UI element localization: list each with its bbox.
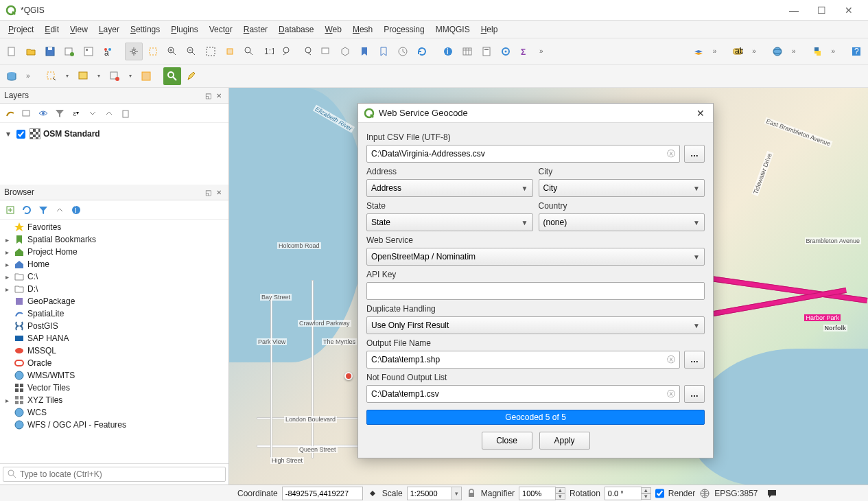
python-console-button[interactable] xyxy=(808,43,825,60)
address-select[interactable]: Address▼ xyxy=(366,179,533,197)
browser-item[interactable]: ▸D:\ xyxy=(3,283,226,295)
toolbar2-overflow-1[interactable]: » xyxy=(22,72,34,80)
expand-icon[interactable]: ▸ xyxy=(3,286,11,293)
menu-raster[interactable]: Raster xyxy=(239,23,272,36)
scale-select[interactable]: ▾ xyxy=(407,487,462,500)
zoom-last-button[interactable] xyxy=(279,43,296,60)
layer-add-group-icon[interactable] xyxy=(19,106,34,121)
browser-properties-icon[interactable]: i xyxy=(69,202,84,218)
render-checkbox[interactable] xyxy=(655,487,664,500)
menu-vector[interactable]: Vector xyxy=(205,23,237,36)
browser-item[interactable]: SAP HANA xyxy=(3,332,226,345)
menu-database[interactable]: Database xyxy=(274,23,318,36)
open-project-button[interactable] xyxy=(22,43,40,60)
webservice-select[interactable]: OpenStreetMap / Nominatim▼ xyxy=(366,248,705,266)
minimize-button[interactable]: — xyxy=(780,5,808,16)
rotation-input[interactable]: ▴▾ xyxy=(605,487,651,500)
crs-icon[interactable] xyxy=(699,488,710,499)
layer-checkbox[interactable] xyxy=(16,130,25,139)
notfound-browse-button[interactable]: … xyxy=(684,385,705,403)
zoom-native-button[interactable]: 1:1 xyxy=(259,43,277,60)
input-csv-field[interactable]: ⓧ xyxy=(366,145,680,163)
new-project-button[interactable] xyxy=(3,43,21,60)
layers-close-button[interactable]: ✕ xyxy=(213,92,224,100)
browser-item[interactable]: ▸C:\ xyxy=(3,270,226,283)
state-select[interactable]: State▼ xyxy=(366,213,533,231)
browser-item[interactable]: Favorites xyxy=(3,221,226,233)
browser-item[interactable]: WMS/WMTS xyxy=(3,369,226,382)
menu-settings[interactable]: Settings xyxy=(126,23,164,36)
pan-button[interactable] xyxy=(125,43,143,60)
expand-icon[interactable]: ▸ xyxy=(3,261,11,268)
dialog-close-button[interactable]: ✕ xyxy=(694,108,707,119)
browser-tree[interactable]: Favorites▸Spatial Bookmarks▸Project Home… xyxy=(0,220,228,463)
expand-icon[interactable]: ▸ xyxy=(3,273,11,281)
messages-icon[interactable] xyxy=(766,488,777,499)
temporal-button[interactable] xyxy=(394,43,412,60)
select-features-button[interactable] xyxy=(43,67,60,85)
zoom-in-button[interactable] xyxy=(163,43,181,60)
menu-processing[interactable]: Processing xyxy=(379,23,428,36)
close-button[interactable]: Close xyxy=(482,432,532,450)
browser-item[interactable]: ▸XYZ Tiles xyxy=(3,394,226,406)
browser-item[interactable]: PostGIS xyxy=(3,320,226,332)
menu-edit[interactable]: Edit xyxy=(40,23,63,36)
close-button[interactable]: ✕ xyxy=(835,5,863,16)
menu-layer[interactable]: Layer xyxy=(95,23,124,36)
clear-icon[interactable]: ⓧ xyxy=(667,148,675,160)
toolbox-button[interactable] xyxy=(497,43,515,60)
browser-item[interactable]: GeoPackage xyxy=(3,295,226,307)
expand-icon[interactable]: ▸ xyxy=(3,397,11,404)
lock-extent-icon[interactable] xyxy=(367,488,378,499)
maximize-button[interactable]: ☐ xyxy=(808,5,835,16)
browser-item[interactable]: MSSQL xyxy=(3,345,226,357)
input-csv-browse-button[interactable]: … xyxy=(684,145,705,163)
select-by-value-button[interactable] xyxy=(74,67,92,85)
globe-button[interactable] xyxy=(769,43,786,60)
style-manager-button[interactable]: a xyxy=(99,43,117,60)
new-map-view-button[interactable] xyxy=(317,43,335,60)
browser-add-icon[interactable] xyxy=(3,202,18,218)
layer-styling-button[interactable] xyxy=(690,43,707,60)
new-3d-view-button[interactable] xyxy=(336,43,354,60)
new-bookmark-button[interactable] xyxy=(355,43,373,60)
dialog-titlebar[interactable]: Web Service Geocode ✕ xyxy=(358,104,713,123)
zoom-out-button[interactable] xyxy=(183,43,200,60)
deselect-dropdown[interactable]: ▾ xyxy=(125,73,136,79)
menu-project[interactable]: Project xyxy=(4,23,38,36)
save-project-button[interactable] xyxy=(41,43,59,60)
city-select[interactable]: City▼ xyxy=(539,179,705,197)
menu-mesh[interactable]: Mesh xyxy=(349,23,377,36)
identify-button[interactable]: i xyxy=(439,43,457,60)
toolbar-overflow-1[interactable]: » xyxy=(535,47,548,55)
browser-item[interactable]: ▸Home xyxy=(3,258,226,270)
statistics-button[interactable]: Σ xyxy=(516,43,534,60)
layer-style-icon[interactable] xyxy=(3,106,18,121)
expand-icon[interactable]: ▸ xyxy=(3,248,11,256)
label-tool-button[interactable]: abc xyxy=(729,43,747,60)
lock-scale-icon[interactable] xyxy=(466,488,477,499)
layers-undock-button[interactable]: ◱ xyxy=(202,92,213,100)
layer-collapse-icon[interactable] xyxy=(102,106,117,121)
select-value-dropdown[interactable]: ▾ xyxy=(93,73,104,79)
zoom-full-button[interactable] xyxy=(202,43,220,60)
browser-refresh-icon[interactable] xyxy=(19,202,34,218)
menu-plugins[interactable]: Plugins xyxy=(167,23,202,36)
browser-item[interactable]: SpatiaLite xyxy=(3,307,226,320)
magnifier-input[interactable]: ▴▾ xyxy=(519,487,565,500)
dup-select[interactable]: Use Only First Result▼ xyxy=(366,316,705,334)
browser-item[interactable]: ▸Spatial Bookmarks xyxy=(3,233,226,246)
help-button[interactable]: ? xyxy=(847,43,865,60)
zoom-layer-button[interactable] xyxy=(240,43,258,60)
pan-to-selection-button[interactable] xyxy=(144,43,162,60)
browser-item[interactable]: WCS xyxy=(3,406,226,419)
browser-undock-button[interactable]: ◱ xyxy=(202,189,213,196)
crs-text[interactable]: EPSG:3857 xyxy=(714,489,758,498)
menu-web[interactable]: Web xyxy=(320,23,345,36)
expand-icon[interactable]: ▾ xyxy=(4,129,12,139)
new-print-layout-button[interactable] xyxy=(60,43,78,60)
coord-input[interactable] xyxy=(282,487,363,500)
browser-item[interactable]: ▸Project Home xyxy=(3,246,226,258)
browser-item[interactable]: WFS / OGC API - Features xyxy=(3,419,226,431)
zoom-selection-button[interactable] xyxy=(221,43,239,60)
